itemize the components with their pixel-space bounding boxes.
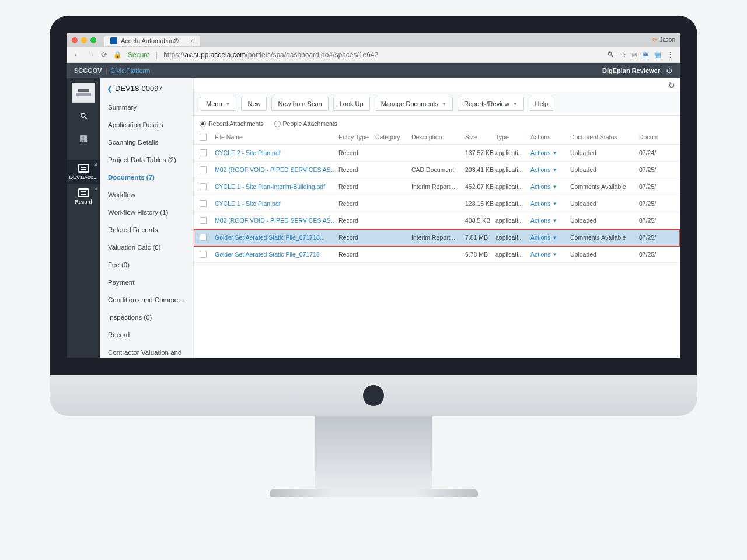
col-type[interactable]: Type (495, 134, 530, 141)
minimize-window-icon[interactable] (81, 37, 87, 43)
reports-review-button[interactable]: Reports/Review▼ (458, 97, 524, 111)
row-checkbox[interactable] (200, 217, 207, 224)
file-link[interactable]: CYCLE 2 - Site Plan.pdf (215, 149, 338, 156)
rail-home-icon[interactable] (72, 83, 95, 103)
sidebar-item[interactable]: Payment (100, 274, 193, 291)
menu-button[interactable]: Menu▼ (200, 97, 236, 111)
row-checkbox[interactable] (200, 251, 207, 258)
rail-search-icon[interactable]: 🔍︎ (67, 105, 100, 127)
file-link[interactable]: CYCLE 1 - Site Plan-Interim-Building.pdf (215, 183, 338, 190)
row-actions-menu[interactable]: Actions▼ (530, 234, 570, 241)
sidebar-item[interactable]: Workflow History (1) (100, 204, 193, 221)
favicon-icon (110, 37, 117, 44)
help-button[interactable]: Help (529, 97, 555, 111)
col-actions[interactable]: Actions (530, 134, 570, 141)
sidebar-item[interactable]: Conditions and Comments (0) (100, 291, 193, 309)
table-row[interactable]: Golder Set Aerated Static Pile_071718...… (194, 229, 680, 246)
file-link[interactable]: Golder Set Aerated Static Pile_071718 (215, 251, 338, 258)
date-cell: 07/25/ (639, 200, 667, 207)
row-actions-menu[interactable]: Actions▼ (530, 217, 570, 224)
lookup-button[interactable]: Look Up (333, 97, 370, 111)
row-checkbox[interactable] (200, 183, 207, 190)
close-tab-icon[interactable]: × (190, 37, 194, 44)
file-link[interactable]: M02 (ROOF VOID - PIPED SERVICES AS FI... (215, 217, 338, 224)
sync-icon: ⟳ (652, 37, 657, 43)
manage-documents-button[interactable]: Manage Documents▼ (375, 97, 453, 111)
select-all-checkbox[interactable] (200, 134, 207, 141)
bookmark-icon[interactable]: ☆ (620, 50, 627, 59)
sidebar-item[interactable]: Inspections (0) (100, 309, 193, 326)
cast-icon[interactable]: ⎚ (632, 50, 637, 59)
col-description[interactable]: Description (411, 134, 465, 141)
row-checkbox[interactable] (200, 166, 207, 173)
rail-card-record-1[interactable]: ◢ DEV18-00... (67, 160, 100, 184)
window-traffic-lights[interactable] (72, 37, 96, 43)
sidebar-item[interactable]: Record (100, 326, 193, 344)
sidebar-item[interactable]: Workflow (100, 186, 193, 204)
row-checkbox[interactable] (200, 200, 207, 207)
row-actions-menu[interactable]: Actions▼ (530, 166, 570, 173)
new-from-scan-button[interactable]: New from Scan (271, 97, 328, 111)
file-link[interactable]: Golder Set Aerated Static Pile_071718... (215, 234, 338, 241)
table-row[interactable]: M02 (ROOF VOID - PIPED SERVICES AS FI...… (194, 212, 680, 229)
row-actions-menu[interactable]: Actions▼ (530, 251, 570, 258)
row-actions-menu[interactable]: Actions▼ (530, 200, 570, 207)
sidebar-item[interactable]: Scanning Details (100, 134, 193, 151)
row-actions-menu[interactable]: Actions▼ (530, 149, 570, 156)
col-size[interactable]: Size (465, 134, 495, 141)
extension2-icon[interactable]: ▦ (654, 50, 661, 59)
sidebar-item[interactable]: Contractor Valuation and (100, 344, 193, 358)
record-id-header[interactable]: ❮ DEV18-00097 (100, 78, 193, 99)
back-chevron-icon[interactable]: ❮ (107, 85, 113, 93)
sidebar-item[interactable]: Valuation Calc (0) (100, 239, 193, 256)
gear-icon[interactable]: ⚙ (666, 66, 673, 75)
table-row[interactable]: M02 (ROOF VOID - PIPED SERVICES AS DE...… (194, 162, 680, 178)
extension-icon[interactable]: ▤ (642, 50, 649, 59)
forward-icon[interactable]: → (87, 50, 95, 60)
reload-icon[interactable]: ⟳ (101, 50, 107, 59)
platform-link[interactable]: Civic Platform (111, 67, 151, 74)
sidebar-item[interactable]: Documents (7) (100, 169, 193, 186)
sidebar-item[interactable]: Related Records (100, 221, 193, 239)
browser-tab[interactable]: Accela Automation® × (104, 36, 200, 46)
status-cell: Uploaded (570, 251, 639, 258)
sidebar-item[interactable]: Fee (0) (100, 256, 193, 274)
col-status[interactable]: Document Status (570, 134, 639, 141)
menu-overflow-icon[interactable]: ⋮ (666, 50, 674, 59)
table-header-row: File Name Entity Type Category Descripti… (194, 130, 680, 145)
col-date[interactable]: Docum (639, 134, 667, 141)
col-category[interactable]: Category (375, 134, 411, 141)
table-row[interactable]: CYCLE 1 - Site Plan-Interim-Building.pdf… (194, 178, 680, 195)
sidebar-item[interactable]: Summary (100, 99, 193, 116)
new-button[interactable]: New (241, 97, 267, 111)
maximize-window-icon[interactable] (90, 37, 96, 43)
table-row[interactable]: CYCLE 2 - Site Plan.pdfRecord137.57 KBap… (194, 145, 680, 162)
search-in-page-icon[interactable]: 🔍︎ (607, 50, 615, 59)
secure-label: Secure (128, 51, 150, 59)
size-cell: 7.81 MB (465, 234, 495, 241)
file-link[interactable]: M02 (ROOF VOID - PIPED SERVICES AS DE... (215, 166, 338, 173)
sidebar-item[interactable]: Application Details (100, 116, 193, 134)
browser-profile[interactable]: ⟳ Jason (652, 37, 675, 43)
type-cell: applicati... (495, 149, 530, 156)
col-entity[interactable]: Entity Type (338, 134, 375, 141)
table-row[interactable]: Golder Set Aerated Static Pile_071718Rec… (194, 246, 680, 263)
row-actions-menu[interactable]: Actions▼ (530, 183, 570, 190)
record-attachments-radio[interactable]: Record Attachments (200, 120, 264, 127)
tab-title: Accela Automation® (121, 37, 179, 44)
sidebar-item[interactable]: Project Data Tables (2) (100, 151, 193, 169)
row-checkbox[interactable] (200, 149, 207, 156)
refresh-icon[interactable]: ↻ (668, 80, 675, 90)
rail-card-record-2[interactable]: ◢ Record (67, 184, 100, 209)
file-link[interactable]: CYCLE 1 - Site Plan.pdf (215, 200, 338, 207)
rail-apps-icon[interactable]: ▦ (67, 127, 100, 149)
url-display[interactable]: https://av.supp.accela.com/portlets/spa/… (163, 51, 378, 59)
profile-name: Jason (659, 37, 675, 43)
row-checkbox[interactable] (200, 234, 207, 241)
table-row[interactable]: CYCLE 1 - Site Plan.pdfRecord128.15 KBap… (194, 195, 680, 212)
status-cell: Comments Available (570, 183, 639, 190)
people-attachments-radio[interactable]: People Attachments (274, 120, 337, 127)
back-icon[interactable]: ← (73, 50, 81, 60)
col-file[interactable]: File Name (215, 134, 338, 141)
close-window-icon[interactable] (72, 37, 78, 43)
